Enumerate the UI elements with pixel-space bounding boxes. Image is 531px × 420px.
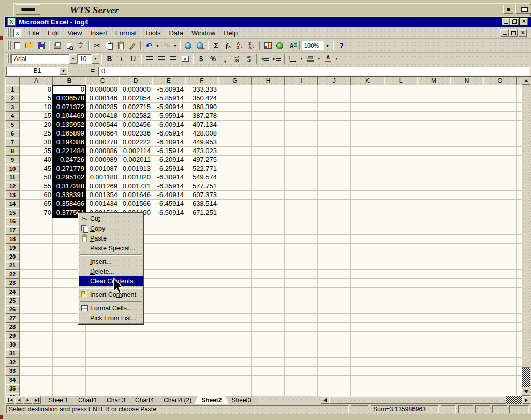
cell-B4[interactable]: 0.104469 (53, 112, 86, 121)
copy-button[interactable] (103, 40, 115, 51)
wts-maximize-button[interactable] (515, 5, 531, 14)
cell-D6[interactable]: 0.002336 (119, 129, 152, 138)
sheet-tab-sheet1[interactable]: Sheet1 (41, 396, 76, 404)
cell-B3[interactable]: 0.071372 (53, 103, 86, 112)
cell-E11[interactable]: -6.30914 (152, 173, 185, 182)
row-header-29[interactable]: 29 (5, 332, 20, 340)
font-size-dropdown[interactable]: ▼ (92, 54, 99, 64)
horizontal-scroll-thumb[interactable] (329, 396, 506, 404)
comma-button[interactable]: , (219, 53, 231, 65)
cell-A7[interactable]: 30 (20, 138, 53, 147)
context-menu-item-copy[interactable]: Copy (79, 223, 143, 233)
cell-A5[interactable]: 20 (20, 121, 53, 129)
row-header-12[interactable]: 12 (5, 182, 20, 191)
print-preview-button[interactable] (63, 40, 75, 51)
row-header-25[interactable]: 25 (5, 296, 20, 305)
sheet-tab-chart4-2-[interactable]: Chart4 (2) (156, 396, 199, 404)
chart-wizard-button[interactable] (262, 40, 274, 51)
menu-help[interactable]: Help (219, 28, 242, 38)
first-sheet-button[interactable] (6, 396, 14, 404)
cell-A3[interactable]: 10 (20, 103, 53, 112)
vertical-scroll-track[interactable] (522, 368, 530, 387)
scroll-left-button[interactable] (321, 396, 329, 404)
row-header-6[interactable]: 6 (5, 129, 20, 138)
paste-function-button[interactable]: ƒx (222, 40, 234, 51)
cell-E12[interactable]: -6.35914 (152, 182, 185, 191)
menu-file[interactable]: File (24, 28, 43, 38)
row-header-21[interactable]: 21 (5, 261, 20, 270)
redo-button[interactable]: ↷ (160, 40, 172, 51)
context-menu-item-paste[interactable]: Paste (79, 233, 143, 243)
column-header-K[interactable]: K (351, 77, 384, 85)
cell-D12[interactable]: 0.001731 (119, 182, 152, 191)
row-header-5[interactable]: 5 (5, 121, 20, 129)
cell-E4[interactable]: -5.95914 (152, 112, 185, 121)
row-header-8[interactable]: 8 (5, 147, 20, 156)
align-left-button[interactable] (143, 53, 155, 65)
sheet-tab-sheet2[interactable]: Sheet2 (194, 396, 229, 404)
row-header-18[interactable]: 18 (5, 235, 20, 244)
cell-D8[interactable]: 0.002114 (119, 147, 152, 156)
cell-A2[interactable]: 5 (20, 94, 53, 103)
row-header-27[interactable]: 27 (5, 314, 20, 323)
cell-A1[interactable]: 0 (20, 85, 53, 94)
cell-C7[interactable]: 0.000778 (86, 138, 119, 147)
workbook-icon[interactable]: X (13, 29, 21, 37)
cell-A9[interactable]: 40 (20, 156, 53, 164)
column-header-J[interactable]: J (318, 77, 351, 85)
align-right-button[interactable] (167, 53, 179, 65)
column-header-F[interactable]: F (185, 77, 218, 85)
save-button[interactable] (35, 40, 47, 51)
help-button[interactable]: ? (335, 40, 347, 51)
cell-F7[interactable]: 449.953 (185, 138, 218, 147)
map-button[interactable] (274, 40, 286, 51)
menu-data[interactable]: Data (165, 28, 187, 38)
cell-F2[interactable]: 350.424 (185, 94, 218, 103)
next-sheet-button[interactable] (24, 396, 32, 404)
fill-color-button[interactable] (304, 53, 316, 65)
row-header-31[interactable]: 31 (5, 349, 20, 358)
system-menu-button[interactable] (16, 4, 40, 15)
menu-format[interactable]: Format (111, 28, 141, 38)
increase-indent-button[interactable]: ▶ (271, 53, 283, 65)
minimize-button[interactable] (502, 18, 510, 25)
font-name-combo[interactable]: Arial (11, 54, 69, 64)
last-sheet-button[interactable] (33, 396, 41, 404)
zoom-combo[interactable]: 100% (302, 41, 323, 50)
cell-C5[interactable]: 0.000544 (86, 121, 119, 129)
new-button[interactable] (11, 40, 23, 51)
equals-button[interactable]: = (88, 67, 97, 76)
cell-B6[interactable]: 0.165899 (53, 129, 86, 138)
italic-button[interactable]: I (115, 53, 127, 65)
autosum-button[interactable]: Σ (210, 40, 222, 51)
row-header-35[interactable]: 35 (5, 384, 20, 393)
scroll-up-button[interactable] (522, 77, 530, 85)
cell-B1[interactable]: 0 (53, 85, 86, 94)
sort-ascending-button[interactable]: AZ↓ (234, 40, 246, 51)
column-header-B[interactable]: B (53, 77, 86, 85)
cell-C13[interactable]: 0.001354 (86, 191, 119, 200)
cell-D4[interactable]: 0.002582 (119, 112, 152, 121)
column-header-D[interactable]: D (119, 77, 152, 85)
open-button[interactable] (23, 40, 35, 51)
scroll-right-button[interactable] (522, 396, 530, 404)
cell-F3[interactable]: 368.390 (185, 103, 218, 112)
row-header-24[interactable]: 24 (5, 288, 20, 296)
column-header-I[interactable]: I (285, 77, 318, 85)
cell-F5[interactable]: 407.134 (185, 121, 218, 129)
row-header-11[interactable]: 11 (5, 173, 20, 182)
context-menu-item-insert[interactable]: Insert... (79, 257, 143, 266)
context-menu-item-pick-from-list[interactable]: Pick From List... (79, 313, 143, 323)
cell-C6[interactable]: 0.000664 (86, 129, 119, 138)
cell-D11[interactable]: 0.001820 (119, 173, 152, 182)
cell-A14[interactable]: 65 (20, 200, 53, 208)
cell-C11[interactable]: 0.001180 (86, 173, 119, 182)
cell-A6[interactable]: 25 (20, 129, 53, 138)
row-header-10[interactable]: 10 (5, 164, 20, 173)
formula-input[interactable]: 0 (98, 67, 530, 76)
underline-button[interactable]: U (127, 53, 139, 65)
column-header-partial[interactable] (517, 77, 522, 85)
cell-F13[interactable]: 607.373 (185, 191, 218, 200)
merge-center-button[interactable]: a (179, 53, 191, 65)
cell-B14[interactable]: 0.358466 (53, 200, 86, 208)
